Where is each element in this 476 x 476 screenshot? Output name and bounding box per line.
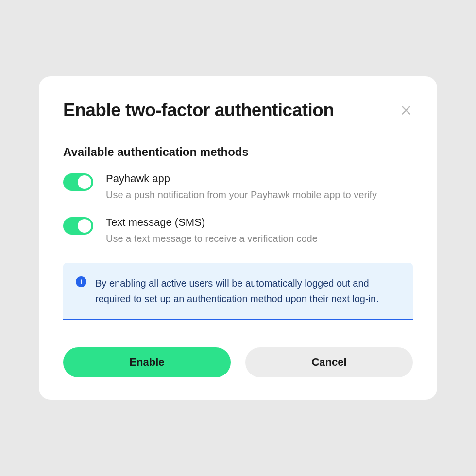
method-title: Text message (SMS) <box>106 216 413 229</box>
toggle-knob <box>78 219 91 233</box>
method-text: Text message (SMS) Use a text message to… <box>106 216 413 245</box>
modal-header: Enable two-factor authentication <box>63 101 413 120</box>
toggle-knob <box>78 175 91 189</box>
two-factor-auth-modal: Enable two-factor authentication Availab… <box>39 76 437 400</box>
method-text: Payhawk app Use a push notification from… <box>106 172 413 202</box>
toggle-payhawk-app[interactable] <box>63 173 93 191</box>
method-description: Use a push notification from your Payhaw… <box>106 188 413 202</box>
auth-method-payhawk-app: Payhawk app Use a push notification from… <box>63 172 413 202</box>
info-text: By enabling all active users will be aut… <box>95 275 398 306</box>
info-icon: i <box>76 276 86 287</box>
cancel-button[interactable]: Cancel <box>245 347 413 377</box>
button-row: Enable Cancel <box>63 347 413 377</box>
close-button[interactable] <box>399 103 413 117</box>
close-icon <box>400 104 412 117</box>
method-title: Payhawk app <box>106 172 413 185</box>
info-banner: i By enabling all active users will be a… <box>63 263 413 320</box>
section-title: Available authentication methods <box>63 145 413 159</box>
method-description: Use a text message to receive a verifica… <box>106 232 413 245</box>
toggle-sms[interactable] <box>63 217 93 235</box>
auth-method-sms: Text message (SMS) Use a text message to… <box>63 216 413 245</box>
enable-button[interactable]: Enable <box>63 347 231 377</box>
modal-title: Enable two-factor authentication <box>63 101 334 120</box>
